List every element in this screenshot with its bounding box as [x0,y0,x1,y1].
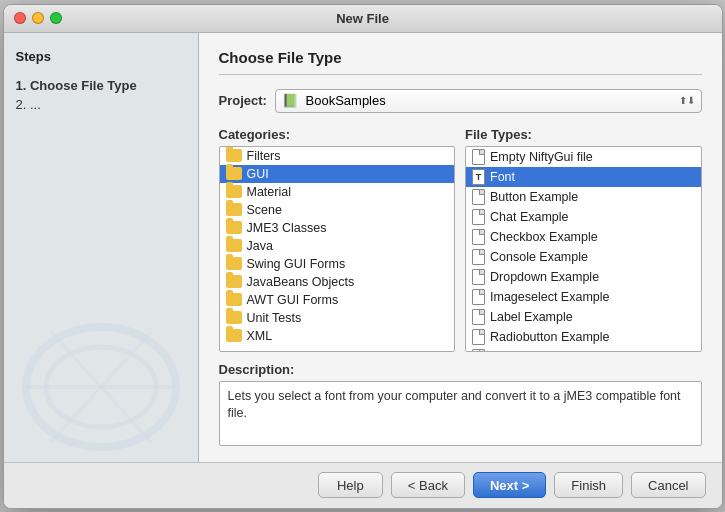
list-item[interactable]: XML [220,327,455,345]
list-item[interactable]: Scrollbar Example [466,347,701,352]
book-icon: 📗 [282,93,298,108]
project-select[interactable]: 📗 BookSamples ⬆⬇ [275,89,702,113]
list-item[interactable]: T Font [466,167,701,187]
minimize-button[interactable] [32,12,44,24]
bottom-bar: Help < Back Next > Finish Cancel [4,462,722,508]
categories-section: Categories: Filters GUI Material [219,127,456,352]
sidebar: Steps 1. Choose File Type 2. ... [4,33,199,462]
file-icon [472,309,485,325]
categories-list[interactable]: Filters GUI Material Scene [219,146,456,352]
file-icon [472,269,485,285]
file-icon [472,289,485,305]
back-button[interactable]: < Back [391,472,465,498]
folder-icon [226,149,242,162]
list-item[interactable]: AWT GUI Forms [220,291,455,309]
folder-icon [226,257,242,270]
lists-row: Categories: Filters GUI Material [219,127,702,352]
list-item[interactable]: Material [220,183,455,201]
project-label: Project: [219,93,267,108]
list-item[interactable]: Scene [220,201,455,219]
maximize-button[interactable] [50,12,62,24]
description-section: Description: Lets you select a font from… [219,362,702,446]
list-item[interactable]: Dropdown Example [466,267,701,287]
folder-icon [226,293,242,306]
filetypes-section: File Types: Empty NiftyGui file T Font [465,127,702,352]
list-item[interactable]: Swing GUI Forms [220,255,455,273]
folder-icon [226,311,242,324]
title-bar: New File [4,5,722,33]
list-item[interactable]: Radiobutton Example [466,327,701,347]
finish-button[interactable]: Finish [554,472,623,498]
sidebar-title: Steps [16,49,186,64]
content-area: Steps 1. Choose File Type 2. ... [4,33,722,462]
list-item[interactable]: Button Example [466,187,701,207]
file-icon [472,229,485,245]
folder-icon [226,329,242,342]
file-icon [472,189,485,205]
filetypes-list[interactable]: Empty NiftyGui file T Font Button Exampl… [465,146,702,352]
sidebar-watermark [4,322,198,452]
main-panel: Choose File Type Project: 📗 BookSamples … [199,33,722,462]
list-item[interactable]: JavaBeans Objects [220,273,455,291]
file-icon [472,329,485,345]
categories-label: Categories: [219,127,456,142]
main-window: New File Steps 1. Choose File Type 2. ..… [3,4,723,509]
window-controls [14,12,62,24]
chevron-icon: ⬆⬇ [679,95,695,106]
list-item[interactable]: Checkbox Example [466,227,701,247]
list-item[interactable]: Console Example [466,247,701,267]
step-1: 1. Choose File Type [16,76,186,95]
window-title: New File [336,11,389,26]
cancel-button[interactable]: Cancel [631,472,705,498]
list-item[interactable]: Empty NiftyGui file [466,147,701,167]
file-icon [472,349,485,352]
description-label: Description: [219,362,702,377]
file-t-icon: T [472,169,485,185]
folder-icon [226,275,242,288]
list-item[interactable]: Imageselect Example [466,287,701,307]
folder-icon [226,239,242,252]
list-item[interactable]: GUI [220,165,455,183]
file-icon [472,209,485,225]
close-button[interactable] [14,12,26,24]
help-button[interactable]: Help [318,472,383,498]
list-item[interactable]: Chat Example [466,207,701,227]
folder-icon [226,185,242,198]
folder-icon [226,203,242,216]
list-item[interactable]: Unit Tests [220,309,455,327]
description-box: Lets you select a font from your compute… [219,381,702,446]
list-item[interactable]: JME3 Classes [220,219,455,237]
list-item[interactable]: Filters [220,147,455,165]
file-icon [472,249,485,265]
folder-icon [226,221,242,234]
folder-icon [226,167,242,180]
step-2: 2. ... [16,95,186,114]
list-item[interactable]: Java [220,237,455,255]
project-value: BookSamples [306,93,386,108]
project-row: Project: 📗 BookSamples ⬆⬇ [219,89,702,113]
steps-list: 1. Choose File Type 2. ... [16,76,186,114]
panel-title: Choose File Type [219,49,702,75]
list-item[interactable]: Label Example [466,307,701,327]
filetypes-label: File Types: [465,127,702,142]
file-icon [472,149,485,165]
next-button[interactable]: Next > [473,472,546,498]
description-text: Lets you select a font from your compute… [228,389,681,421]
